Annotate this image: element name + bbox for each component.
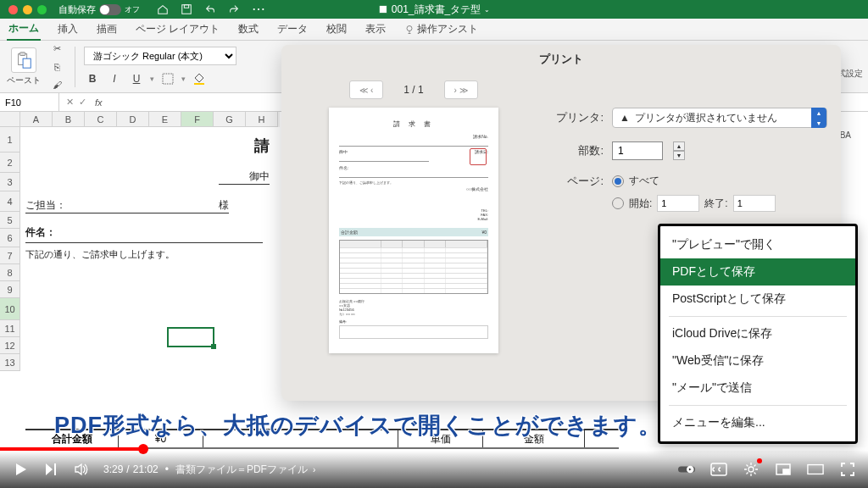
pages-all-radio[interactable] — [612, 175, 624, 187]
warning-icon: ▲ — [620, 112, 630, 124]
dropdown-arrows-icon[interactable]: ▲▼ — [811, 108, 826, 128]
next-button[interactable] — [42, 461, 59, 478]
home-icon[interactable] — [157, 3, 169, 15]
col-header[interactable]: H — [246, 112, 278, 127]
print-preview-pane: ≪ ‹ 1 / 1 › ≫ 請 求 書 請求No. 御中請求日: 件名: 下記の… — [295, 74, 532, 362]
select-all-corner[interactable] — [0, 112, 20, 127]
confirm-formula-icon[interactable]: ✓ — [79, 97, 86, 108]
pages-range-radio[interactable] — [612, 197, 624, 209]
col-header[interactable]: B — [53, 112, 85, 127]
row-header[interactable]: 2 — [0, 152, 20, 173]
printer-label: プリンタ: — [553, 110, 604, 125]
page-from-input[interactable] — [657, 195, 699, 212]
document-title: 001_請求書_タテ型 ⌄ — [378, 3, 490, 17]
row-header[interactable]: 11 — [0, 320, 20, 337]
settings-button[interactable] — [743, 461, 760, 478]
window-minimize-button[interactable] — [23, 5, 32, 14]
more-icon[interactable]: ⋯ — [252, 5, 265, 14]
tab-data[interactable]: データ — [275, 19, 309, 40]
col-header[interactable]: F — [181, 112, 214, 127]
menu-save-web[interactable]: "Web受信"に保存 — [660, 347, 855, 374]
video-controls: 3:29/21:02 • 書類ファイル＝PDFファイル › — [0, 451, 868, 488]
row-header[interactable]: 13 — [0, 354, 20, 371]
menu-send-mail[interactable]: "メール"で送信 — [660, 374, 855, 402]
tab-draw[interactable]: 描画 — [95, 19, 119, 40]
tab-formulas[interactable]: 数式 — [236, 19, 260, 40]
row-header[interactable]: 1 — [0, 127, 20, 152]
row-header[interactable]: 5 — [0, 212, 20, 229]
copies-input[interactable] — [612, 141, 663, 160]
window-maximize-button[interactable] — [37, 5, 47, 14]
redo-icon[interactable] — [228, 3, 240, 15]
menu-edit-menu[interactable]: メニューを編集... — [660, 409, 855, 436]
col-header[interactable]: E — [149, 112, 181, 127]
italic-button[interactable]: I — [106, 70, 123, 87]
format-painter-button[interactable]: 🖌 — [47, 77, 66, 92]
paste-label: ペースト — [7, 75, 41, 86]
page-to-input[interactable] — [733, 195, 776, 212]
copies-step-down[interactable]: ▼ — [673, 151, 685, 160]
row-header[interactable]: 4 — [0, 191, 20, 212]
font-selector[interactable]: 游ゴシック Regular (本文) — [84, 47, 236, 65]
border-button[interactable] — [159, 70, 176, 87]
copy-button[interactable]: ⎘ — [47, 59, 66, 75]
row-header[interactable]: 12 — [0, 337, 20, 354]
theater-button[interactable] — [807, 461, 824, 478]
paste-group: ペースト — [7, 47, 41, 86]
autoplay-toggle[interactable] — [678, 461, 695, 478]
col-header[interactable]: A — [20, 112, 53, 127]
row-header[interactable]: 10 — [0, 298, 20, 320]
paste-button[interactable] — [11, 47, 36, 73]
svg-rect-9 — [194, 83, 204, 85]
captions-button[interactable] — [710, 461, 727, 478]
fullscreen-button[interactable] — [839, 461, 856, 478]
col-header[interactable]: C — [85, 112, 117, 127]
printer-selector[interactable]: ▲ プリンタが選択されていません ▲▼ — [612, 108, 827, 128]
copies-label: 部数: — [553, 143, 604, 158]
tab-home[interactable]: ホーム — [7, 18, 41, 41]
fx-label[interactable]: fx — [95, 97, 103, 108]
volume-button[interactable] — [73, 461, 90, 478]
svg-rect-1 — [184, 5, 188, 8]
name-box[interactable]: F10 — [0, 93, 59, 111]
menu-open-preview[interactable]: "プレビュー"で開く — [660, 231, 855, 258]
bold-button[interactable]: B — [84, 70, 101, 87]
row-header[interactable]: 8 — [0, 264, 20, 281]
save-icon[interactable] — [181, 3, 192, 15]
selected-cell[interactable] — [167, 327, 214, 347]
tab-layout[interactable]: ページ レイアウト — [134, 19, 221, 40]
first-page-button[interactable]: ≪ ‹ — [349, 80, 383, 99]
mac-titlebar: 自動保存 オフ ⋯ 001_請求書_タテ型 ⌄ — [0, 0, 868, 19]
menu-save-icloud[interactable]: iCloud Driveに保存 — [660, 320, 855, 347]
menu-save-postscript[interactable]: PostScriptとして保存 — [660, 286, 855, 313]
window-close-button[interactable] — [8, 5, 18, 14]
tab-review[interactable]: 校閲 — [325, 19, 348, 40]
underline-button[interactable]: U — [128, 70, 145, 87]
cancel-formula-icon[interactable]: ✕ — [66, 97, 74, 108]
fill-color-button[interactable] — [191, 70, 208, 87]
row-header[interactable]: 7 — [0, 247, 20, 264]
chapter-title[interactable]: 書類ファイル＝PDFファイル — [175, 463, 308, 477]
svg-rect-7 — [23, 58, 31, 68]
row-header[interactable]: 9 — [0, 281, 20, 298]
menu-save-pdf[interactable]: PDFとして保存 — [660, 258, 855, 286]
svg-rect-6 — [19, 52, 25, 55]
worksheet[interactable]: A B C D E F G H 請 御中 ご担当：様 件名： 下記の通り、ご請求… — [0, 112, 280, 451]
undo-icon[interactable] — [204, 3, 216, 15]
tab-assist[interactable]: 操作アシスト — [403, 19, 480, 40]
quick-access-toolbar: ⋯ — [157, 3, 265, 15]
row-header[interactable]: 3 — [0, 173, 20, 191]
last-page-button[interactable]: › ≫ — [444, 80, 478, 99]
cut-button[interactable]: ✂ — [47, 42, 66, 57]
autosave-toggle[interactable] — [99, 4, 121, 15]
stamp-icon — [470, 148, 487, 165]
tab-view[interactable]: 表示 — [364, 19, 387, 40]
col-header[interactable]: D — [117, 112, 149, 127]
format-settings-label: 式設定 — [837, 68, 863, 80]
tab-insert[interactable]: 挿入 — [56, 19, 80, 40]
play-button[interactable] — [12, 461, 29, 478]
miniplayer-button[interactable] — [775, 461, 792, 478]
copies-step-up[interactable]: ▲ — [673, 141, 685, 151]
col-header[interactable]: G — [214, 112, 246, 127]
row-header[interactable]: 6 — [0, 229, 20, 247]
